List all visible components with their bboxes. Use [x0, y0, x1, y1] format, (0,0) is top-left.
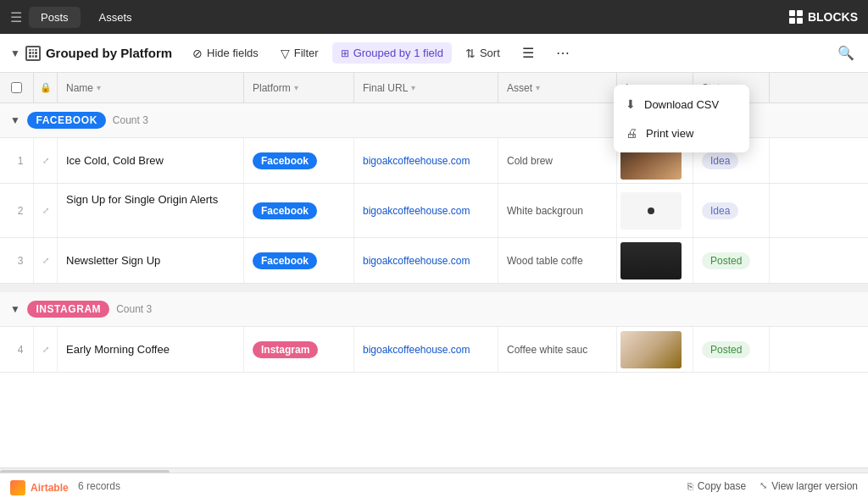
row2-expand[interactable]: ⤢ — [34, 184, 58, 237]
row4-url[interactable]: bigoakcoffeehouse.com — [354, 327, 498, 372]
hide-fields-icon: ⊘ — [192, 47, 203, 60]
search-button[interactable]: 🔍 — [834, 42, 858, 64]
row2-name-text: Sign Up for Single Origin Alerts — [66, 192, 218, 208]
row1-checkbox[interactable]: 1 — [0, 138, 34, 183]
blocks-grid-icon — [789, 10, 803, 24]
row3-name: Newsletter Sign Up — [58, 238, 244, 283]
download-csv-icon: ⬇ — [626, 97, 636, 111]
dot-icon — [648, 208, 654, 214]
blocks-logo: BLOCKS — [789, 10, 858, 24]
row-height-button[interactable]: ☰ — [514, 41, 542, 65]
nav-tab-posts[interactable]: Posts — [29, 7, 81, 28]
header-lock-col: 🔒 — [34, 73, 58, 102]
row1-platform-badge: Facebook — [253, 152, 317, 169]
expand-icon-3: ⤢ — [42, 256, 49, 265]
view-larger-icon: ⤡ — [760, 480, 767, 491]
name-sort-icon: ▾ — [97, 83, 101, 92]
row-height-icon: ☰ — [522, 45, 534, 61]
row4-asset-text: Coffee white sauc — [507, 344, 587, 356]
name-col-label: Name — [66, 82, 93, 94]
hide-fields-label: Hide fields — [207, 47, 259, 59]
row3-expand[interactable]: ⤢ — [34, 238, 58, 283]
row3-thumbnail — [620, 242, 682, 279]
row3-checkbox[interactable]: 3 — [0, 238, 34, 283]
header-final-url[interactable]: Final URL ▾ — [354, 73, 498, 102]
header-platform[interactable]: Platform ▾ — [244, 73, 354, 102]
row4-status-badge: Posted — [702, 341, 750, 358]
filter-button[interactable]: ▽ Filter — [272, 42, 327, 64]
row-num-3: 3 — [3, 255, 24, 267]
asset-col-label: Asset — [507, 82, 532, 94]
row2-checkbox[interactable]: 2 — [0, 184, 34, 237]
row1-url[interactable]: bigoakcoffeehouse.com — [354, 138, 498, 183]
row4-platform: Instagram — [244, 327, 354, 372]
row4-name: Early Morning Coffee — [58, 327, 244, 372]
group-chevron-facebook[interactable]: ▼ — [10, 114, 20, 126]
download-csv-item[interactable]: ⬇ Download CSV — [614, 90, 749, 119]
view-larger-label: View larger version — [771, 480, 858, 492]
row-num-4: 4 — [3, 344, 24, 356]
more-options-button[interactable]: ⋯ — [548, 41, 578, 65]
view-chevron-icon[interactable]: ▼ — [10, 47, 20, 59]
row3-asset-text: Wood table coffe — [507, 255, 583, 267]
more-icon: ⋯ — [556, 45, 570, 61]
row2-url[interactable]: bigoakcoffeehouse.com — [354, 184, 498, 237]
sort-button[interactable]: ⇅ Sort — [457, 42, 509, 64]
group-icon: ⊞ — [341, 47, 349, 59]
expand-icon-4: ⤢ — [42, 345, 49, 354]
hamburger-icon[interactable]: ☰ — [10, 9, 22, 25]
row2-thumbnail — [620, 192, 682, 230]
group-badge-facebook: Facebook — [27, 112, 105, 129]
row3-platform-badge: Facebook — [253, 252, 317, 269]
platform-sort-icon: ▾ — [294, 83, 298, 92]
airtable-logo: Airtable — [0, 478, 79, 498]
row3-platform: Facebook — [244, 238, 354, 283]
row2-status: Idea — [693, 184, 770, 237]
row3-url-text: bigoakcoffeehouse.com — [363, 255, 470, 267]
row1-name-text: Ice Cold, Cold Brew — [66, 154, 164, 167]
group-count-facebook: Count 3 — [113, 114, 148, 126]
table-row[interactable]: 4 ⤢ Early Morning Coffee Instagram bigoa… — [0, 327, 868, 373]
hide-fields-button[interactable]: ⊘ Hide fields — [184, 42, 267, 64]
row3-name-text: Newsletter Sign Up — [66, 254, 160, 267]
row1-expand[interactable]: ⤢ — [34, 138, 58, 183]
table-body: ▼ Facebook Count 3 1 ⤢ Ice Cold, Cold Br… — [0, 103, 868, 468]
group-header-instagram: ▼ Instagram Count 3 — [0, 292, 868, 327]
row2-status-badge: Idea — [702, 202, 738, 219]
toolbar: ▼ Grouped by Platform ⊘ Hide fields ▽ Fi… — [0, 34, 868, 73]
row2-url-text: bigoakcoffeehouse.com — [363, 205, 470, 217]
sort-icon: ⇅ — [465, 47, 476, 60]
view-larger-button[interactable]: ⤡ View larger version — [760, 480, 858, 492]
url-col-label: Final URL — [363, 82, 408, 94]
platform-col-label: Platform — [253, 82, 291, 94]
grouped-by-button[interactable]: ⊞ Grouped by 1 field — [332, 42, 452, 64]
row1-status-badge: Idea — [702, 152, 738, 169]
copy-base-button[interactable]: ⎘ Copy base — [687, 480, 746, 492]
airtable-logo-mark — [10, 480, 25, 495]
table-row[interactable]: 2 ⤢ Sign Up for Single Origin Alerts Fac… — [0, 184, 868, 238]
table-row[interactable]: 3 ⤢ Newsletter Sign Up Facebook bigoakco… — [0, 238, 868, 284]
bottom-bar-right: ⎘ Copy base ⤡ View larger version — [687, 480, 858, 492]
filter-label: Filter — [294, 47, 319, 59]
row4-asset: Coffee white sauc — [498, 327, 617, 372]
row4-thumbnail — [620, 331, 682, 368]
row4-checkbox[interactable]: 4 — [0, 327, 34, 372]
grouped-by-label: Grouped by 1 field — [353, 47, 443, 59]
select-all-checkbox[interactable] — [11, 82, 22, 93]
header-name[interactable]: Name ▾ — [58, 73, 244, 102]
asset-sort-icon: ▾ — [536, 83, 540, 92]
download-csv-label: Download CSV — [644, 98, 719, 111]
header-asset[interactable]: Asset ▾ — [498, 73, 617, 102]
print-view-item[interactable]: 🖨 Print view — [614, 119, 749, 147]
row2-platform: Facebook — [244, 184, 354, 237]
bottom-bar: 6 records ⎘ Copy base ⤡ View larger vers… — [0, 473, 868, 498]
row3-url[interactable]: bigoakcoffeehouse.com — [354, 238, 498, 283]
group-chevron-instagram[interactable]: ▼ — [10, 303, 20, 315]
header-checkbox-col[interactable] — [0, 73, 34, 102]
row2-image — [617, 184, 693, 237]
copy-base-label: Copy base — [698, 480, 746, 492]
nav-tab-assets[interactable]: Assets — [87, 7, 144, 28]
lock-icon: 🔒 — [40, 82, 52, 93]
row2-platform-badge: Facebook — [253, 202, 317, 219]
row4-expand[interactable]: ⤢ — [34, 327, 58, 372]
